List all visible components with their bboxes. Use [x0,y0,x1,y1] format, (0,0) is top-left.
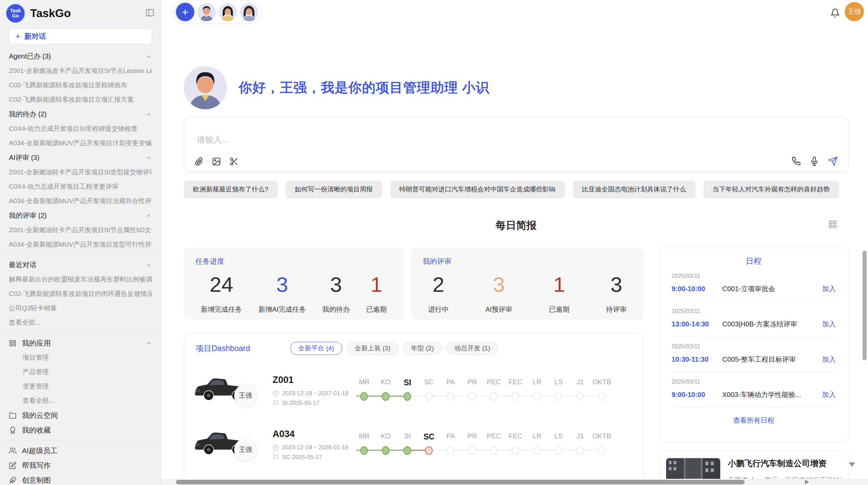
section-my-review[interactable]: 我的评审 (2) [9,208,152,223]
apps-view-all[interactable]: 查看全部... [9,394,152,408]
stat-value: 1 [366,272,387,297]
suggestion-chip[interactable]: 特朗普可能对进口汽车增税会对中国车企造成哪些影响 [390,181,565,198]
tab-new-body[interactable]: 全新上装 (3) [347,342,399,355]
voice-call-icon[interactable] [792,157,801,166]
scroll-down-arrow[interactable] [849,462,855,467]
sidebar-item[interactable]: C0X4-动力总成开发项目工程变更评审 [9,179,152,194]
briefing-layout-icon[interactable] [828,220,837,230]
section-my-todo[interactable]: 我的待办 (2) [9,107,152,122]
stat-value: 2 [428,272,449,297]
tool-ai-super-staff[interactable]: AI超级员工 [9,443,152,458]
project-dashboard-card: 项目Dashboard 全新平台 (4) 全新上装 (3) 年型 (2) 动总开… [184,333,643,485]
assistant-avatar [184,66,227,109]
collapse-sidebar-icon[interactable] [145,8,155,19]
user-avatar[interactable]: 王强 [845,2,864,21]
agent-avatar-2[interactable] [219,3,237,21]
milestone-label: J1 [569,432,591,442]
project-image: 王强 [192,366,264,414]
sidebar-item[interactable]: C02-飞腾新能源轻客改款项目里程碑画布 [9,78,152,92]
vertical-scrollbar-thumb[interactable] [863,251,867,360]
attachment-icon[interactable] [194,157,204,166]
project-row-a034[interactable]: 王强 A034 2023-12-19 ~ 2026-01-19 SC-2025-… [184,418,643,472]
milestone-label: LS [548,378,569,387]
new-conversation-button[interactable]: + [176,3,194,21]
my-cloud-space[interactable]: 我的云空间 [9,408,152,423]
section-ai-review[interactable]: AI评审 (3) [9,150,152,165]
section-agent-done[interactable]: Agent已办 (3) [9,49,152,64]
recent-chat-item[interactable]: 公司Q3轻卡销量 [9,301,152,315]
chevron-up-icon[interactable] [146,111,152,117]
project-row-z001[interactable]: 王强 Z001 2023-12-19 ~ 2027-01-19 SI-2025-… [184,363,643,418]
chevron-up-icon[interactable] [146,340,152,346]
milestone-label: MR [353,432,375,442]
milestone-label: LR [526,432,548,442]
app-link-project-mgmt[interactable]: 项目管理 [9,350,152,365]
chevron-up-icon[interactable] [146,262,152,268]
schedule-date: 2025/03/11 [672,378,836,385]
milestone-dot [468,392,476,401]
milestone-dot [598,446,605,455]
horizontal-scrollbar-thumb[interactable] [176,480,745,484]
suggestion-chip[interactable]: 如何写一份清晰的项目周报 [286,181,382,198]
suggestion-chip[interactable]: 比亚迪全固态电池计划具体说了什么 [573,181,696,198]
view-all-schedule-link[interactable]: 查看所有日程 [672,416,836,425]
tab-new-platform[interactable]: 全新平台 (4) [290,342,342,355]
app-link-change-mgmt[interactable]: 变更管理 [9,379,152,394]
milestone-dot [490,392,497,401]
recent-chat-item[interactable]: 解释最新出台的欧盟报废车法规再生塑料比例被调至15%... [9,272,152,287]
recent-chat-item[interactable]: C02-飞腾新能源轻客改款项目的闭环通告反馈情况 [9,287,152,301]
my-apps-header[interactable]: 我的应用 [9,336,152,350]
card-title: 我的评审 [423,257,632,266]
scroll-right-arrow[interactable] [805,480,809,484]
sidebar-item[interactable]: Z001-全新燃油轻卡产品开发项目SI造型提交物评审 [9,165,152,179]
sidebar-item[interactable]: Z001-全新燃油皮卡产品开发项目SI节点Lesson Learn报告 [9,64,152,78]
milestone-dot [555,446,562,455]
sidebar-item[interactable]: A034-全新新能源MUV产品开发项目计划变更变编写 [9,136,152,150]
new-chat-button[interactable]: + 新对话 [9,28,152,44]
app-link-product-mgmt[interactable]: 产品管理 [9,365,152,379]
agent-avatar-1[interactable] [197,3,216,21]
chevron-up-icon[interactable] [146,53,152,60]
chevron-up-icon[interactable] [146,155,152,161]
sidebar-item[interactable]: Z001-全新燃油轻卡产品开发项目SI节点属性5D文件评审 [9,223,152,237]
schedule-date: 2025/03/11 [672,273,836,279]
my-favorites[interactable]: 我的收藏 [9,423,152,437]
recent-view-all[interactable]: 查看全部... [9,315,152,330]
logo-line2: Go [12,13,19,18]
suggestion-chip[interactable]: 欧洲新规最近颁布了什么? [184,181,278,198]
milestone-label: FEC [505,432,526,442]
milestone-label: FEC [505,378,526,387]
send-icon[interactable] [828,156,838,166]
agent-avatar-3[interactable] [240,3,258,21]
schedule-date: 2025/03/11 [672,308,836,315]
join-link[interactable]: 加入 [822,390,836,399]
my-cloud-label: 我的云空间 [22,411,58,420]
tab-powertrain[interactable]: 动总开发 (1) [447,342,498,355]
my-favorites-label: 我的收藏 [22,425,51,435]
sidebar-item[interactable]: C0X4-动力总成开发项目SI里程碑提交物检查 [9,122,152,136]
milestone-dot [468,446,476,455]
stat-overdue: 1 已逾期 [366,272,387,314]
join-link[interactable]: 加入 [822,355,836,364]
microphone-icon[interactable] [810,157,819,166]
sidebar-item[interactable]: A034-全新新能源MUV产品开发项目造型可行性评审 [9,237,152,252]
schedule-event-title: X003-车辆动力学性能验... [722,390,822,399]
sidebar-item[interactable]: A034-全新新能源MUV产品开发项目法规符合性评审 [9,194,152,208]
milestone-dot [511,392,519,401]
notifications-bell-icon[interactable] [830,8,840,19]
section-recent-chats[interactable]: 最近对话 [9,258,152,272]
my-apps-label: 我的应用 [22,338,140,348]
suggestion-chip[interactable]: 当下年轻人对汽车外观有怎样的喜好趋势 [703,181,839,198]
join-link[interactable]: 加入 [822,320,836,329]
sidebar-item[interactable]: C02-飞腾新能源轻客改款项目立项汇报方案 [9,92,152,107]
chevron-up-icon[interactable] [146,213,152,219]
scissors-icon[interactable] [229,157,239,166]
tab-year-model[interactable]: 年型 (2) [403,342,442,355]
milestone-dot [447,446,454,455]
tool-help-me-write[interactable]: 帮我写作 [9,458,152,473]
join-link[interactable]: 加入 [822,284,836,294]
message-input[interactable] [197,135,677,145]
tool-creative-drawing[interactable]: 创意制图 [9,473,152,485]
image-upload-icon[interactable] [212,157,221,166]
stat-in-progress: 2 进行中 [428,272,449,314]
